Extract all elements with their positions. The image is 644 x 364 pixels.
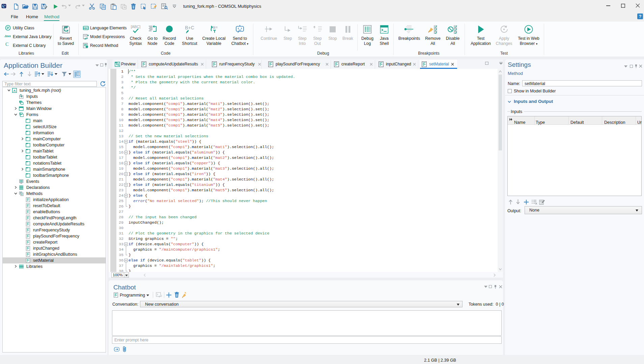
svg-text:B+C: B+C bbox=[185, 25, 194, 30]
svg-text:a=: a= bbox=[84, 37, 88, 40]
svg-text:A: A bbox=[13, 89, 16, 92]
svg-text:ABC: ABC bbox=[83, 27, 89, 30]
svg-text:[ABC]: [ABC] bbox=[131, 25, 141, 29]
svg-text:a=: a= bbox=[213, 25, 218, 30]
